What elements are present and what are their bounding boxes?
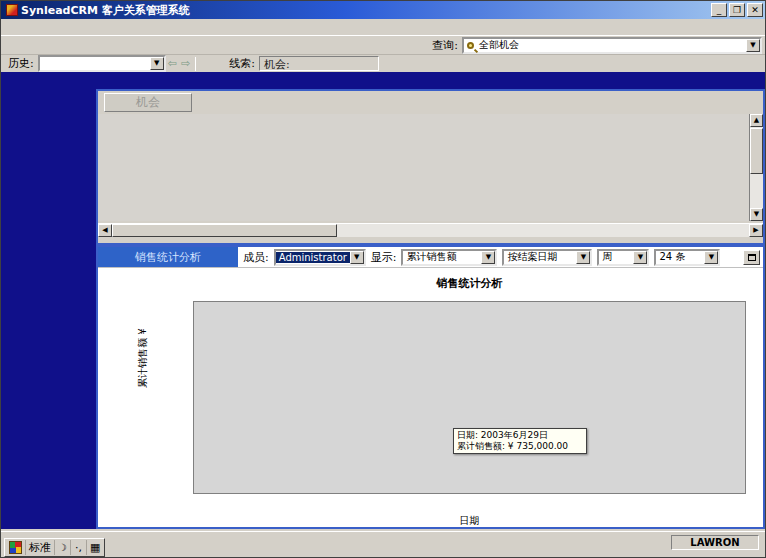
period-dropdown-button[interactable]: ▼ bbox=[633, 251, 647, 264]
opportunities-grid: ▲ ▼ bbox=[98, 114, 763, 221]
sales-analysis-panel: 销售统计分析 成员: Administrator ▼ 显示: 累计销售额 ▼ 按… bbox=[96, 245, 765, 529]
vertical-scrollbar[interactable]: ▲ ▼ bbox=[749, 114, 763, 221]
ime-mode-button[interactable]: 标准 bbox=[26, 540, 55, 555]
member-combobox[interactable]: Administrator ▼ bbox=[274, 249, 366, 266]
group-by-combobox[interactable]: 按结案日期 ▼ bbox=[502, 249, 592, 266]
chart-x-axis-label: 日期 bbox=[193, 514, 746, 528]
count-combobox[interactable]: 24 条 ▼ bbox=[654, 249, 720, 266]
display-value: 累计销售额 bbox=[403, 250, 481, 264]
module-tab-bar bbox=[1, 72, 765, 89]
history-dropdown-button[interactable]: ▼ bbox=[150, 57, 164, 70]
minimize-button[interactable]: _ bbox=[711, 3, 727, 17]
query-combobox[interactable]: 全部机会 ▼ bbox=[462, 37, 762, 54]
query-magnifier-icon bbox=[467, 42, 474, 49]
history-label: 历史: bbox=[8, 56, 34, 71]
status-panels: LAWRON bbox=[671, 535, 759, 550]
context-box: 机会: bbox=[259, 56, 379, 71]
chart-plot: 日期: 2003年6月29日 累计销售额: ¥ 735,000.00 bbox=[193, 301, 746, 494]
restore-button[interactable]: ❐ bbox=[729, 3, 745, 17]
toolbar-main: 查询: 全部机会 ▼ bbox=[1, 36, 765, 55]
query-dropdown-button[interactable]: ▼ bbox=[746, 39, 760, 52]
opportunities-panel-label: 机会 bbox=[104, 93, 192, 112]
ime-toolbar: 标准 ☽ ·, ▦ bbox=[4, 538, 105, 557]
sidebar bbox=[1, 89, 96, 529]
period-combobox[interactable]: 周 ▼ bbox=[597, 249, 649, 266]
query-value: 全部机会 bbox=[476, 38, 746, 52]
member-dropdown-button[interactable]: ▼ bbox=[350, 251, 364, 264]
ime-logo-icon bbox=[9, 541, 22, 554]
display-label: 显示: bbox=[371, 250, 397, 265]
ime-punctuation-icon[interactable]: ·, bbox=[71, 540, 87, 555]
scroll-up-icon[interactable]: ▲ bbox=[750, 114, 763, 127]
scroll-left-icon[interactable]: ◀ bbox=[98, 224, 112, 237]
title-bar: SynleadCRM 客户关系管理系统 _ ❐ ✕ bbox=[1, 1, 765, 19]
scroll-right-icon[interactable]: ▶ bbox=[749, 224, 763, 237]
main-area: 机会 ▲ ▼ ◀ ▶ bbox=[96, 89, 765, 529]
menu-bar bbox=[1, 19, 765, 36]
horizontal-scrollbar[interactable]: ◀ ▶ bbox=[98, 223, 763, 237]
tooltip-value: 累计销售额: ¥ 735,000.00 bbox=[457, 441, 583, 452]
member-label: 成员: bbox=[243, 250, 269, 265]
app-window: SynleadCRM 客户关系管理系统 _ ❐ ✕ 查询: 全部机会 ▼ 历史:… bbox=[0, 0, 766, 558]
toolbar-separator bbox=[195, 57, 196, 71]
tooltip-date: 日期: 2003年6月29日 bbox=[457, 430, 583, 441]
window-title: SynleadCRM 客户关系管理系统 bbox=[21, 3, 709, 18]
maximize-chart-button[interactable] bbox=[743, 250, 760, 265]
scroll-down-icon[interactable]: ▼ bbox=[750, 208, 763, 221]
chart-title: 销售统计分析 bbox=[193, 276, 746, 291]
clue-label: 线索: bbox=[229, 56, 255, 71]
group-by-dropdown-button[interactable]: ▼ bbox=[576, 251, 590, 264]
chart-tooltip: 日期: 2003年6月29日 累计销售额: ¥ 735,000.00 bbox=[453, 428, 587, 454]
status-user: LAWRON bbox=[671, 535, 759, 550]
chart-controls: 销售统计分析 成员: Administrator ▼ 显示: 累计销售额 ▼ 按… bbox=[98, 247, 763, 268]
maximize-chart-icon bbox=[748, 254, 756, 261]
chart-y-ticks bbox=[98, 301, 188, 494]
horizontal-scroll-thumb[interactable] bbox=[112, 224, 337, 237]
ime-keyboard-icon[interactable]: ▦ bbox=[87, 540, 103, 555]
period-value: 周 bbox=[599, 250, 633, 264]
count-dropdown-button[interactable]: ▼ bbox=[704, 251, 718, 264]
ime-indicator-icon[interactable] bbox=[6, 540, 26, 555]
opportunities-panel: 机会 ▲ ▼ ◀ ▶ bbox=[96, 89, 765, 245]
toolbar-history: 历史: ▼ ⇦ ⇨ 线索: 机会: bbox=[1, 55, 765, 72]
analysis-panel-label: 销售统计分析 bbox=[98, 247, 238, 267]
status-bar: 标准 ☽ ·, ▦ LAWRON bbox=[1, 531, 765, 558]
forward-arrow-icon[interactable]: ⇨ bbox=[181, 57, 190, 70]
close-button[interactable]: ✕ bbox=[747, 3, 763, 17]
group-by-value: 按结案日期 bbox=[504, 250, 576, 264]
display-combobox[interactable]: 累计销售额 ▼ bbox=[401, 249, 497, 266]
count-value: 24 条 bbox=[656, 250, 704, 264]
member-value: Administrator bbox=[276, 252, 350, 263]
chart-area: 销售统计分析 累计销售额 ¥ 日期: 2003年6月29日 累计销售额: ¥ 7… bbox=[98, 268, 763, 527]
app-icon bbox=[6, 4, 18, 16]
display-dropdown-button[interactable]: ▼ bbox=[481, 251, 495, 264]
opportunities-panel-header: 机会 bbox=[98, 91, 763, 114]
ime-halfwidth-icon[interactable]: ☽ bbox=[55, 540, 71, 555]
back-arrow-icon[interactable]: ⇦ bbox=[168, 57, 177, 70]
vertical-scroll-thumb[interactable] bbox=[750, 128, 763, 174]
history-combobox[interactable]: ▼ bbox=[38, 55, 166, 72]
query-label: 查询: bbox=[432, 38, 458, 53]
